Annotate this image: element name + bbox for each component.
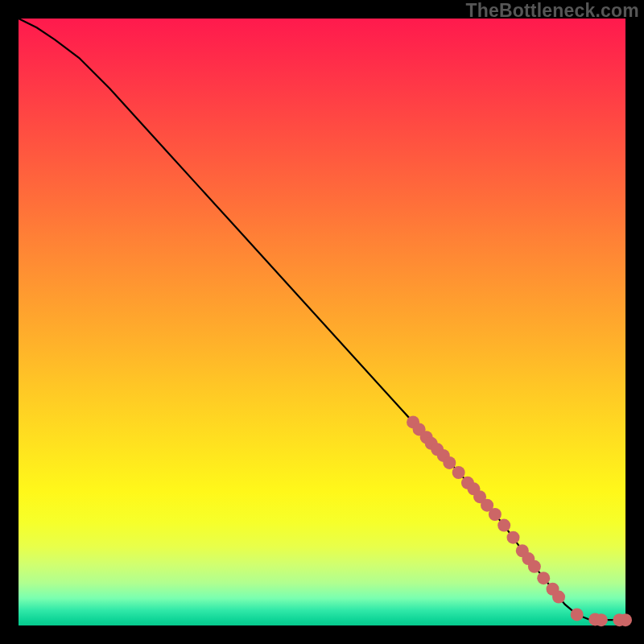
data-marker bbox=[571, 608, 584, 621]
data-marker bbox=[619, 613, 632, 626]
data-marker bbox=[537, 572, 550, 584]
data-marker bbox=[443, 456, 456, 469]
bottleneck-curve bbox=[19, 19, 625, 620]
data-markers bbox=[407, 415, 632, 626]
data-marker bbox=[528, 560, 541, 573]
data-marker bbox=[452, 466, 465, 479]
chart-svg bbox=[19, 19, 625, 625]
watermark-text: TheBottleneck.com bbox=[465, 0, 639, 22]
chart-stage: TheBottleneck.com bbox=[0, 0, 644, 644]
data-marker bbox=[489, 508, 502, 521]
data-marker bbox=[552, 591, 565, 604]
data-marker bbox=[507, 531, 520, 544]
data-marker bbox=[497, 519, 510, 532]
data-marker bbox=[595, 613, 608, 626]
